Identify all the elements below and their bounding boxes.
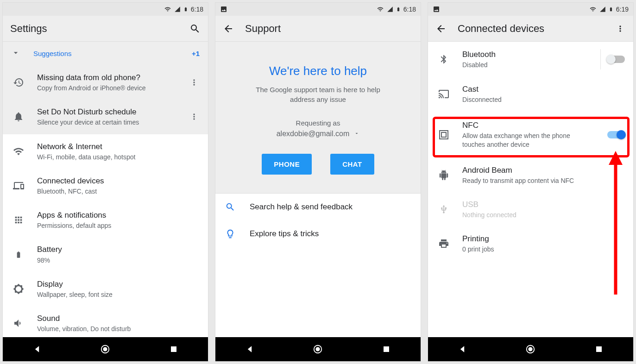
settings-list: Suggestions +1 Missing data from old pho… <box>3 42 208 337</box>
nav-bar <box>428 337 633 361</box>
apps-icon <box>11 215 26 225</box>
support-subhead: The Google support team is here to help … <box>249 85 388 104</box>
item-subtitle: Disabled <box>462 61 589 69</box>
app-bar: Support <box>215 16 421 42</box>
cell-signal-icon <box>174 6 181 13</box>
settings-apps[interactable]: Apps & notifications Permissions, defaul… <box>3 203 208 237</box>
bluetooth-icon <box>436 54 451 64</box>
settings-display[interactable]: Display Wallpaper, sleep, font size <box>3 272 208 306</box>
image-notification-icon <box>433 6 440 13</box>
nfc-row[interactable]: NFC Allow data exchange when the phone t… <box>428 111 633 157</box>
item-title: NFC <box>462 120 596 131</box>
cast-row[interactable]: Cast Disconnected <box>428 77 633 111</box>
requesting-as-dropdown[interactable]: alexdobie@gmail.com <box>277 130 360 138</box>
item-subtitle: Allow data exchange when the phone touch… <box>462 132 583 148</box>
back-nav-icon[interactable] <box>243 343 256 356</box>
search-help-row[interactable]: Search help & send feedback <box>215 194 421 220</box>
item-title: Apps & notifications <box>37 210 200 220</box>
chat-button[interactable]: CHAT <box>330 154 374 175</box>
support-card: We're here to help The Google support te… <box>215 42 421 194</box>
support-content: We're here to help The Google support te… <box>215 42 421 337</box>
item-title: Display <box>37 279 200 289</box>
svg-rect-12 <box>596 346 602 352</box>
status-bar: 6:19 <box>428 3 633 16</box>
recents-nav-icon[interactable] <box>380 343 393 356</box>
battery-icon <box>396 6 401 13</box>
battery-icon <box>183 6 188 13</box>
app-bar: Settings <box>3 16 208 42</box>
back-icon[interactable] <box>435 23 447 34</box>
android-icon <box>436 170 451 180</box>
item-subtitle: Copy from Android or iPhone® device <box>37 84 177 92</box>
page-title: Support <box>245 23 413 35</box>
item-title: Set Do Not Disturb schedule <box>37 107 177 117</box>
image-notification-icon <box>220 6 227 13</box>
bluetooth-row[interactable]: Bluetooth Disabled <box>428 42 633 77</box>
back-icon[interactable] <box>223 23 234 34</box>
requesting-as-label: Requesting as <box>227 119 409 127</box>
back-nav-icon[interactable] <box>31 343 44 356</box>
restore-icon <box>11 77 26 88</box>
phone-connected-devices: 6:19 Connected devices Bluetooth Disable… <box>428 3 633 361</box>
app-bar: Connected devices <box>428 16 633 42</box>
home-nav-icon[interactable] <box>99 343 112 356</box>
item-title: Missing data from old phone? <box>37 73 177 83</box>
item-title: Connected devices <box>37 176 200 186</box>
suggestion-missing-data[interactable]: Missing data from old phone? Copy from A… <box>3 65 208 100</box>
bluetooth-toggle[interactable] <box>607 56 625 63</box>
more-icon[interactable] <box>189 112 200 121</box>
recents-nav-icon[interactable] <box>167 343 180 356</box>
item-subtitle: Disconnected <box>462 95 625 104</box>
item-subtitle: 98% <box>37 256 200 264</box>
item-title: Cast <box>462 84 625 94</box>
search-icon[interactable] <box>189 23 201 34</box>
print-icon <box>436 238 451 249</box>
battery-icon <box>609 6 613 13</box>
lightbulb-icon <box>224 229 237 239</box>
explore-tips-row[interactable]: Explore tips & tricks <box>215 220 421 247</box>
status-time: 6:18 <box>191 6 203 13</box>
volume-icon <box>11 318 26 329</box>
nfc-icon <box>436 129 451 140</box>
requesting-as-value: alexdobie@gmail.com <box>277 130 350 138</box>
suggestion-dnd[interactable]: Set Do Not Disturb schedule Silence your… <box>3 100 208 134</box>
printing-row[interactable]: Printing 0 print jobs <box>428 226 633 261</box>
svg-point-11 <box>529 347 532 351</box>
search-help-icon <box>224 202 237 212</box>
back-nav-icon[interactable] <box>456 343 469 356</box>
page-title: Settings <box>10 23 178 35</box>
item-title: Sound <box>37 314 200 324</box>
wifi-icon <box>589 6 597 13</box>
item-subtitle: Wi-Fi, mobile, data usage, hotspot <box>37 153 200 161</box>
svg-rect-7 <box>441 132 446 137</box>
support-headline: We're here to help <box>227 64 409 78</box>
settings-battery[interactable]: Battery 98% <box>3 237 208 271</box>
usb-icon <box>436 204 451 215</box>
status-bar: 6:18 <box>3 3 208 16</box>
cell-signal-icon <box>387 6 393 13</box>
svg-point-1 <box>104 347 107 351</box>
settings-network[interactable]: Network & Internet Wi-Fi, mobile, data u… <box>3 134 208 169</box>
nfc-toggle[interactable] <box>607 131 625 138</box>
home-nav-icon[interactable] <box>311 343 324 356</box>
settings-connected-devices[interactable]: Connected devices Bluetooth, NFC, cast <box>3 169 208 203</box>
settings-sound[interactable]: Sound Volume, vibration, Do not disturb <box>3 306 208 337</box>
suggestions-row[interactable]: Suggestions +1 <box>3 42 208 65</box>
wifi-icon <box>11 146 26 157</box>
more-icon[interactable] <box>615 23 626 34</box>
home-nav-icon[interactable] <box>524 343 537 356</box>
usb-row: USB Nothing connected <box>428 192 633 226</box>
recents-nav-icon[interactable] <box>592 343 605 356</box>
item-title: Bluetooth <box>462 50 589 60</box>
svg-rect-6 <box>440 131 448 139</box>
more-icon[interactable] <box>189 78 200 87</box>
brightness-icon <box>11 283 26 295</box>
phone-settings: 6:18 Settings Suggestions +1 Missing dat… <box>3 3 208 361</box>
item-subtitle: Volume, vibration, Do not disturb <box>37 325 200 333</box>
status-bar: 6:18 <box>215 3 421 16</box>
android-beam-row[interactable]: Android Beam Ready to transmit app conte… <box>428 158 633 192</box>
phone-button[interactable]: PHONE <box>262 154 312 175</box>
nav-bar <box>3 337 208 361</box>
svg-rect-2 <box>171 346 176 352</box>
item-subtitle: Nothing connected <box>462 211 625 219</box>
